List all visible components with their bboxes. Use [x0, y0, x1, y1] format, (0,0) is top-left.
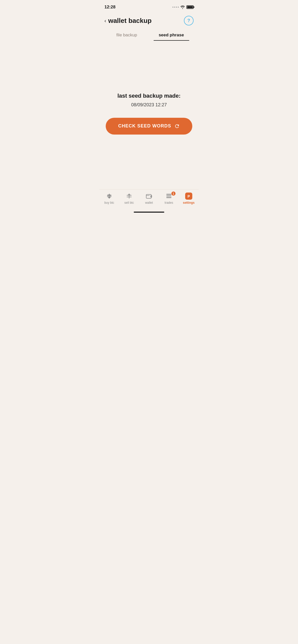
- status-bar: 12:28: [99, 0, 199, 13]
- svg-rect-8: [166, 197, 171, 198]
- settings-label: settings: [183, 201, 195, 204]
- battery-icon: [186, 5, 194, 9]
- tab-file-backup[interactable]: file backup: [104, 30, 149, 41]
- nav-buy-btc[interactable]: buy btc: [102, 193, 117, 204]
- home-bar: [134, 212, 164, 213]
- sell-btc-icon: [126, 193, 133, 200]
- page-title: wallet backup: [108, 17, 152, 25]
- nav-settings[interactable]: P settings: [181, 193, 196, 204]
- home-indicator: [99, 210, 199, 215]
- check-seed-label: CHECK SEED WORDS: [118, 123, 171, 129]
- svg-rect-6: [166, 194, 171, 195]
- settings-icon: P: [185, 193, 192, 200]
- header: ‹ wallet backup ?: [99, 13, 199, 30]
- wallet-label: wallet: [145, 201, 153, 204]
- svg-point-5: [151, 196, 151, 197]
- backup-date: 08/09/2023 12:27: [117, 102, 181, 108]
- header-left: ‹ wallet backup: [104, 17, 152, 25]
- buy-btc-label: buy btc: [104, 201, 114, 204]
- backup-label: last seed backup made:: [117, 93, 181, 99]
- status-icons: [172, 5, 194, 9]
- nav-sell-btc[interactable]: sell btc: [121, 193, 137, 204]
- wallet-icon: [145, 193, 153, 200]
- svg-text:P: P: [187, 194, 190, 198]
- svg-rect-7: [166, 196, 171, 196]
- tabs-container: file backup seed phrase: [99, 30, 199, 41]
- bottom-nav: buy btc sell btc wallet 1: [99, 189, 199, 210]
- signal-icon: [172, 7, 179, 8]
- nav-wallet[interactable]: wallet: [141, 193, 157, 204]
- tab-seed-phrase[interactable]: seed phrase: [149, 30, 194, 41]
- refresh-icon: [174, 123, 180, 129]
- status-time: 12:28: [104, 5, 115, 10]
- trades-label: trades: [165, 201, 173, 204]
- nav-trades[interactable]: 1 trades: [161, 193, 177, 204]
- back-button[interactable]: ‹: [104, 18, 106, 24]
- sell-btc-label: sell btc: [124, 201, 134, 204]
- backup-info: last seed backup made: 08/09/2023 12:27: [117, 93, 181, 108]
- check-seed-words-button[interactable]: CHECK SEED WORDS: [106, 118, 192, 135]
- wifi-icon: [180, 5, 185, 9]
- buy-btc-icon: [106, 193, 113, 200]
- help-button[interactable]: ?: [184, 16, 194, 25]
- main-content: last seed backup made: 08/09/2023 12:27 …: [99, 43, 199, 189]
- help-icon: ?: [187, 18, 190, 23]
- trades-badge: 1: [171, 192, 175, 196]
